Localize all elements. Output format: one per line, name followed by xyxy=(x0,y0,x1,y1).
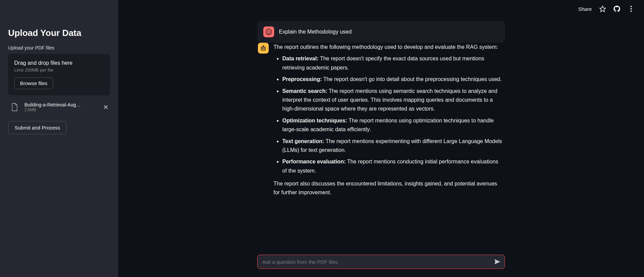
main-area: Share Explain the Methodology used The r… xyxy=(118,0,644,277)
bot-message-content: The report outlines the following method… xyxy=(273,43,504,200)
uploaded-file-size: 2.6MB xyxy=(24,107,102,112)
list-item: Semantic search: The report mentions usi… xyxy=(282,87,504,114)
user-avatar-icon xyxy=(263,26,274,37)
chat-area: Explain the Methodology used The report … xyxy=(257,0,505,200)
list-item: Optimization techniques: The report ment… xyxy=(282,116,504,134)
chat-input-bar xyxy=(257,255,505,269)
file-dropzone[interactable]: Drag and drop files here Limit 200MB per… xyxy=(8,54,110,95)
sidebar-title: Upload Your Data xyxy=(8,28,110,38)
chat-input[interactable] xyxy=(262,259,494,265)
file-icon xyxy=(8,103,21,112)
browse-files-button[interactable]: Browse files xyxy=(14,77,53,89)
bot-message: The report outlines the following method… xyxy=(257,43,505,200)
bot-outro-text: The report also discusses the encountere… xyxy=(273,179,504,197)
sidebar: Upload Your Data Upload your PDF files D… xyxy=(0,0,118,277)
dropzone-limit: Limit 200MB per file xyxy=(14,67,104,73)
svg-marker-0 xyxy=(600,6,606,12)
svg-point-2 xyxy=(267,31,268,32)
remove-file-button[interactable] xyxy=(102,103,110,111)
kebab-menu-icon[interactable] xyxy=(628,5,634,12)
send-icon[interactable] xyxy=(494,258,501,265)
list-item: Text generation: The report mentions exp… xyxy=(282,137,504,155)
svg-point-1 xyxy=(266,29,272,35)
github-icon[interactable] xyxy=(613,5,620,12)
share-button[interactable]: Share xyxy=(578,6,592,12)
methodology-list: Data retrieval: The report doesn't speci… xyxy=(273,54,504,175)
bot-intro-text: The report outlines the following method… xyxy=(273,43,504,52)
svg-rect-4 xyxy=(261,47,265,50)
user-message-text: Explain the Methodology used xyxy=(279,29,352,35)
user-message: Explain the Methodology used xyxy=(257,21,505,43)
svg-point-5 xyxy=(262,48,263,49)
bot-avatar-icon xyxy=(258,43,269,54)
topbar: Share xyxy=(578,5,634,12)
list-item: Preprocessing: The report doesn't go int… xyxy=(282,75,504,84)
list-item: Data retrieval: The report doesn't speci… xyxy=(282,54,504,72)
svg-point-6 xyxy=(264,48,264,49)
uploaded-file-row: Building-a-Retrieval-Aug… 2.6MB xyxy=(8,101,110,114)
dropzone-title: Drag and drop files here xyxy=(14,60,104,66)
svg-point-3 xyxy=(269,31,270,32)
svg-point-7 xyxy=(263,46,264,46)
submit-process-button[interactable]: Submit and Process xyxy=(8,121,67,134)
sidebar-subtitle: Upload your PDF files xyxy=(8,45,110,51)
list-item: Performance evaluation: The report menti… xyxy=(282,157,504,175)
uploaded-file-name: Building-a-Retrieval-Aug… xyxy=(24,102,86,107)
star-icon[interactable] xyxy=(599,5,606,12)
